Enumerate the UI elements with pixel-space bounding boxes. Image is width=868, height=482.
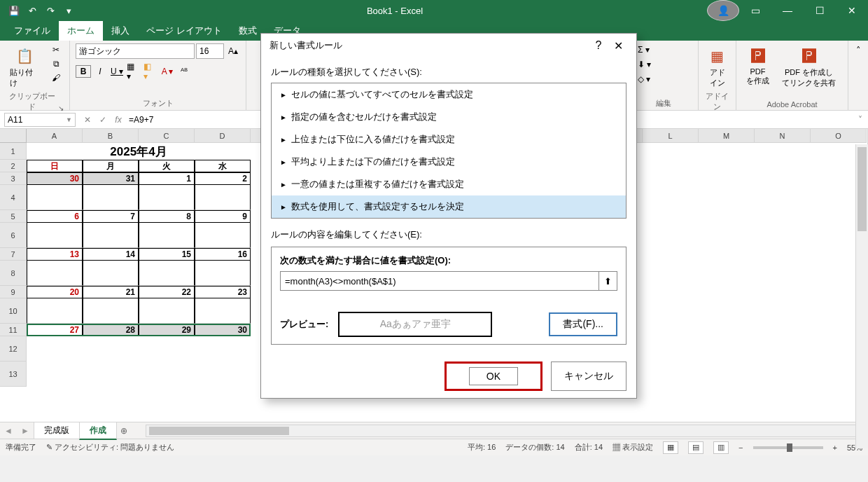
cell[interactable] [27, 261, 83, 286]
tab-home[interactable]: ホーム [59, 21, 103, 41]
redo-icon[interactable]: ↷ [42, 2, 59, 19]
sheet-tab-1[interactable]: 作成 [79, 422, 117, 440]
cell[interactable]: 16 [195, 248, 251, 261]
cell[interactable]: 23 [195, 286, 251, 298]
cell[interactable]: 30 [195, 324, 251, 336]
ok-button[interactable]: OK [444, 362, 542, 391]
col-header[interactable]: O [811, 129, 867, 143]
increase-font-icon[interactable]: A▴ [225, 45, 241, 57]
cell[interactable]: 6 [27, 210, 83, 223]
cell[interactable]: 20 [27, 286, 83, 298]
cell[interactable]: 31 [83, 172, 139, 185]
cell[interactable]: 13 [27, 248, 83, 261]
row-header[interactable]: 9 [0, 286, 27, 298]
tab-pagelayout[interactable]: ページ レイアウト [138, 21, 230, 41]
col-header[interactable]: C [139, 129, 195, 143]
row-header[interactable]: 10 [0, 298, 27, 324]
accessibility-status[interactable]: ✎ アクセシビリティ: 問題ありません [46, 442, 174, 453]
normal-view-icon[interactable]: ▦ [663, 441, 678, 454]
rule-type-item[interactable]: ►一意の値または重複する値だけを書式設定 [272, 173, 626, 195]
col-header[interactable]: L [643, 129, 699, 143]
col-header[interactable]: A [27, 129, 83, 143]
qat-dropdown-icon[interactable]: ▾ [60, 2, 77, 19]
close-icon[interactable]: ✕ [836, 0, 868, 21]
dialog-close-icon[interactable]: ✕ [608, 39, 628, 53]
cell[interactable]: 22 [139, 286, 195, 298]
cell[interactable] [139, 298, 195, 324]
cell[interactable]: 28 [83, 324, 139, 336]
clipboard-launcher-icon[interactable]: ↘ [58, 104, 64, 112]
border-button[interactable]: ▦ ▾ [126, 65, 141, 78]
cell[interactable]: 27 [27, 324, 83, 336]
row-header[interactable]: 6 [0, 223, 27, 248]
sheet-nav-prev-icon[interactable]: ◄ [0, 426, 17, 436]
name-box[interactable]: A11 ▼ [4, 113, 76, 127]
collapse-dialog-icon[interactable]: ⬆ [598, 272, 617, 290]
fill-color-button[interactable]: ◧ ▾ [143, 65, 158, 78]
collapse-ribbon-icon[interactable]: ˄ [856, 45, 861, 55]
cell[interactable]: 14 [83, 248, 139, 261]
row-header[interactable]: 4 [0, 185, 27, 210]
fill-button[interactable]: ⬇ ▾ [634, 58, 654, 71]
display-settings[interactable]: ▦ 表示設定 [612, 442, 653, 453]
fx-icon[interactable]: fx [111, 113, 126, 127]
enter-icon[interactable]: ✓ [95, 113, 111, 127]
rule-formula-input[interactable] [281, 272, 598, 290]
addin-button[interactable]: ▦ アド イン [704, 43, 730, 91]
font-size-select[interactable] [196, 43, 224, 59]
italic-button[interactable]: I [92, 65, 108, 78]
cell[interactable]: 2025年4月 [27, 143, 251, 160]
row-header[interactable]: 1 [0, 143, 27, 160]
cell[interactable] [195, 298, 251, 324]
rule-type-item[interactable]: ►上位または下位に入る値だけを書式設定 [272, 128, 626, 151]
row-header[interactable]: 12 [0, 336, 27, 362]
bold-button[interactable]: B [76, 65, 91, 78]
rule-type-item[interactable]: ►数式を使用して、書式設定するセルを決定 [272, 195, 626, 218]
vertical-scrollbar[interactable] [855, 144, 868, 448]
zoom-out-icon[interactable]: − [738, 443, 743, 452]
cell[interactable]: 水 [195, 160, 251, 172]
cell[interactable]: 30 [27, 172, 83, 185]
cell[interactable] [27, 298, 83, 324]
rule-type-item[interactable]: ►指定の値を含むセルだけを書式設定 [272, 106, 626, 128]
font-name-select[interactable] [76, 43, 195, 59]
row-header[interactable]: 7 [0, 248, 27, 261]
phonetic-button[interactable]: ᴬᴮ [176, 65, 192, 78]
cell[interactable] [83, 185, 139, 210]
clear-button[interactable]: ◇ ▾ [634, 73, 654, 85]
format-painter-icon[interactable]: 🖌 [48, 71, 64, 84]
underline-button[interactable]: U ▾ [109, 65, 125, 78]
pdf-create-button[interactable]: 🅿 PDF を作成 [742, 43, 774, 89]
cell[interactable]: 29 [139, 324, 195, 336]
ribbon-display-icon[interactable]: ▭ [739, 0, 771, 21]
cell[interactable] [139, 261, 195, 286]
cell[interactable]: 日 [27, 160, 83, 172]
autosum-button[interactable]: Σ ▾ [634, 43, 653, 56]
pdf-share-button[interactable]: 🅿 PDF を作成し てリンクを共有 [778, 43, 840, 91]
sheet-nav-next-icon[interactable]: ► [17, 426, 34, 436]
cell[interactable]: 8 [139, 210, 195, 223]
name-box-dropdown-icon[interactable]: ▼ [66, 116, 72, 123]
undo-icon[interactable]: ↶ [24, 2, 41, 19]
horizontal-scrollbar[interactable] [146, 425, 868, 437]
select-all-corner[interactable] [0, 129, 27, 143]
cell[interactable]: 7 [83, 210, 139, 223]
copy-icon[interactable]: ⧉ [48, 57, 64, 70]
tab-insert[interactable]: 挿入 [103, 21, 138, 41]
row-header[interactable]: 2 [0, 160, 27, 172]
cell[interactable]: 火 [139, 160, 195, 172]
cell[interactable]: 2 [195, 172, 251, 185]
row-header[interactable]: 8 [0, 261, 27, 286]
cancel-button[interactable]: キャンセル [551, 362, 626, 391]
cell[interactable] [195, 223, 251, 248]
dialog-help-icon[interactable]: ? [589, 39, 608, 52]
col-header[interactable]: M [699, 129, 755, 143]
col-header[interactable]: D [195, 129, 251, 143]
col-header[interactable]: B [83, 129, 139, 143]
sheet-tab-0[interactable]: 完成版 [34, 422, 80, 439]
row-header[interactable]: 5 [0, 210, 27, 223]
page-break-view-icon[interactable]: ▥ [713, 441, 729, 454]
paste-button[interactable]: 📋 貼り付け [6, 43, 44, 91]
cell[interactable] [27, 223, 83, 248]
row-header[interactable]: 3 [0, 172, 27, 185]
